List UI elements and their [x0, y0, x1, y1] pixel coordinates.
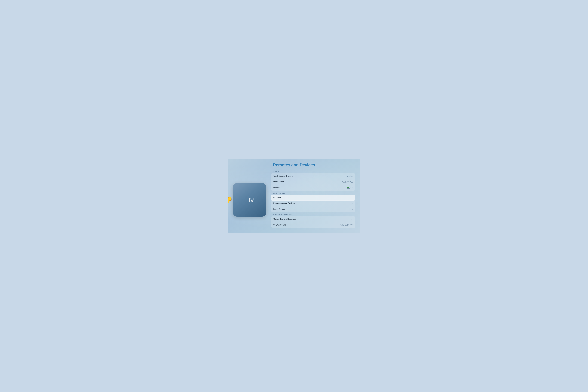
- settings-row-control-tvs[interactable]: Control TVs and Receivers On: [271, 216, 355, 222]
- battery-fill: [348, 187, 349, 188]
- settings-group-remote: Touch Surface Tracking Medium Home Butto…: [271, 173, 355, 190]
- page-title: Remotes and Devices: [273, 162, 315, 167]
- settings-row-bluetooth[interactable]: Bluetooth: [271, 195, 355, 200]
- apple-logo-icon: : [245, 197, 248, 203]
- battery-tip: [351, 187, 351, 188]
- settings-group-other-devices: Bluetooth Remote App and Devices Learn R…: [271, 195, 355, 212]
- settings-row-remote-app[interactable]: Remote App and Devices: [271, 200, 355, 206]
- remote-chevron-icon: [352, 186, 353, 189]
- tv-text-label: tv: [248, 196, 254, 203]
- content-area:  tv 👇 REMOTE Touch Surface Tracking Med…: [233, 170, 355, 230]
- apple-tv-icon-box:  tv: [233, 183, 266, 217]
- settings-row-touch-surface[interactable]: Touch Surface Tracking Medium: [271, 173, 355, 179]
- volume-control-label: Volume Control: [273, 224, 286, 226]
- tv-screen: Remotes and Devices  tv 👇 REMOTE Touch …: [228, 159, 360, 233]
- apple-tv-icon-area:  tv 👇: [233, 183, 266, 217]
- home-button-label: Home Button: [273, 181, 284, 183]
- battery-icon: [347, 187, 351, 188]
- section-label-home-theater: HOME THEATER CONTROL: [271, 214, 355, 216]
- volume-control-value: Auto via IR (TV): [340, 224, 353, 226]
- bluetooth-label: Bluetooth: [273, 196, 281, 199]
- settings-row-home-button[interactable]: Home Button Apple TV App: [271, 179, 355, 185]
- battery-body: [347, 187, 350, 188]
- learn-remote-chevron-icon: [352, 208, 353, 210]
- control-tvs-value: On: [351, 218, 353, 220]
- touch-surface-label: Touch Surface Tracking: [273, 175, 293, 177]
- remote-app-value: [352, 202, 353, 204]
- apple-tv-logo:  tv: [245, 196, 254, 203]
- settings-row-learn-remote[interactable]: Learn Remote: [271, 206, 355, 212]
- remote-value: [347, 186, 353, 189]
- home-button-value: Apple TV App: [342, 181, 353, 183]
- settings-panel: REMOTE Touch Surface Tracking Medium Hom…: [271, 170, 355, 229]
- learn-remote-label: Learn Remote: [273, 208, 285, 210]
- settings-row-volume-control[interactable]: Volume Control Auto via IR (TV): [271, 222, 355, 228]
- section-label-other-devices: OTHER DEVICES: [271, 192, 355, 195]
- control-tvs-label: Control TVs and Receivers: [273, 218, 296, 220]
- settings-row-remote[interactable]: Remote: [271, 185, 355, 190]
- remote-app-chevron-icon: [352, 202, 353, 204]
- remote-app-label: Remote App and Devices: [273, 202, 294, 204]
- section-label-remote: REMOTE: [271, 171, 355, 173]
- learn-remote-value: [352, 208, 353, 210]
- remote-label: Remote: [273, 187, 280, 189]
- bluetooth-value: [352, 196, 353, 199]
- bluetooth-chevron-icon: [352, 196, 353, 199]
- touch-surface-value: Medium: [346, 175, 353, 177]
- hand-cursor-icon: 👇: [228, 196, 233, 203]
- settings-group-home-theater: Control TVs and Receivers On Volume Cont…: [271, 216, 355, 228]
